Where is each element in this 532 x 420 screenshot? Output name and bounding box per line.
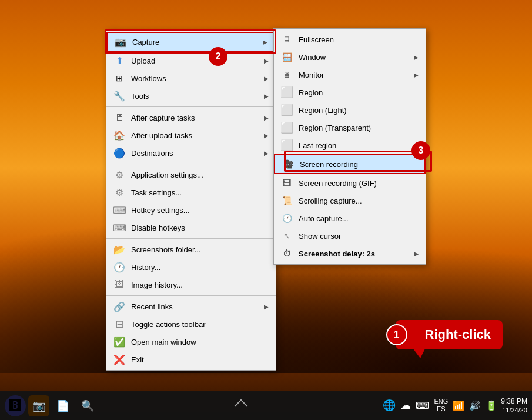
submenu-item-scrolling-capture[interactable]: 📜 Scrolling capture...	[274, 192, 426, 209]
fullscreen-icon: 🖥	[281, 34, 293, 45]
last-region-label: Last region	[299, 141, 419, 150]
capture-arrow: ▶	[263, 39, 267, 45]
upload-label: Upload	[131, 56, 258, 65]
screen-recording-label: Screen recording	[300, 160, 417, 169]
menu-item-screenshots-folder[interactable]: 📂 Screenshots folder...	[106, 241, 276, 258]
chevron-up-icon[interactable]	[234, 399, 247, 412]
taskbar-battery-icon[interactable]: 🔋	[486, 400, 497, 411]
hotkey-settings-label: Hotkey settings...	[131, 206, 269, 215]
hotkey-settings-icon: ⌨	[113, 204, 125, 216]
date-display: 11/24/20	[501, 406, 527, 414]
separator-1	[106, 106, 276, 107]
submenu-item-fullscreen[interactable]: 🖥 Fullscreen	[274, 31, 426, 48]
fullscreen-label: Fullscreen	[299, 35, 419, 44]
submenu-item-region[interactable]: ⬜ Region	[274, 84, 426, 101]
workflows-icon: ⊞	[113, 72, 125, 84]
auto-capture-label: Auto capture...	[299, 214, 419, 223]
submenu-item-auto-capture[interactable]: 🕐 Auto capture...	[274, 209, 426, 227]
taskbar-lang-icon: ENG ES	[434, 398, 448, 413]
app-settings-icon: ⚙	[113, 169, 125, 181]
menu-item-task-settings[interactable]: ⚙ Task settings...	[106, 184, 276, 201]
submenu-item-show-cursor[interactable]: ↖ Show cursor	[274, 227, 426, 245]
history-icon: 🕐	[113, 261, 125, 273]
submenu-item-region-transparent[interactable]: ⬜ Region (Transparent)	[274, 119, 426, 136]
menu-item-app-settings[interactable]: ⚙ Application settings...	[106, 166, 276, 184]
menu-item-hotkey-settings[interactable]: ⌨ Hotkey settings...	[106, 201, 276, 219]
last-region-icon: ⬜	[281, 139, 293, 151]
screenshot-delay-arrow: ▶	[414, 251, 419, 257]
destinations-label: Destinations	[131, 149, 258, 158]
badge-3: 3	[411, 141, 430, 160]
region-transparent-label: Region (Transparent)	[299, 124, 419, 132]
monitor-arrow: ▶	[414, 72, 419, 78]
tools-icon: 🔧	[113, 90, 125, 102]
tools-arrow: ▶	[264, 93, 269, 99]
time-display: 9:38 PM	[501, 397, 527, 406]
context-menu: 📷 Capture ▶ ⬆ Upload ▶ ⊞ Workflows ▶ 🔧 T…	[106, 29, 276, 371]
menu-item-workflows[interactable]: ⊞ Workflows ▶	[106, 69, 276, 87]
recent-links-label: Recent links	[131, 302, 258, 311]
after-capture-label: After capture tasks	[131, 114, 258, 122]
right-click-label: Right-click	[425, 327, 491, 342]
disable-hotkeys-label: Disable hotkeys	[131, 224, 269, 232]
workflows-label: Workflows	[131, 74, 258, 83]
menu-item-disable-hotkeys[interactable]: ⌨ Disable hotkeys	[106, 219, 276, 236]
menu-item-after-upload[interactable]: 🏠 After upload tasks ▶	[106, 126, 276, 144]
badge-2: 2	[209, 47, 227, 66]
taskbar-sharex-icon[interactable]: 📷	[28, 395, 49, 416]
taskbar-doc-icon[interactable]: 📄	[52, 395, 74, 417]
destinations-arrow: ▶	[264, 150, 269, 156]
window-arrow: ▶	[414, 54, 419, 61]
menu-item-tools[interactable]: 🔧 Tools ▶	[106, 87, 276, 105]
menu-item-open-main[interactable]: ✅ Open main window	[106, 333, 276, 351]
menu-item-destinations[interactable]: 🔵 Destinations ▶	[106, 144, 276, 162]
menu-item-toggle-toolbar[interactable]: ⊟ Toggle actions toolbar	[106, 315, 276, 333]
submenu-item-window[interactable]: 🪟 Window ▶	[274, 48, 426, 66]
monitor-label: Monitor	[299, 71, 408, 79]
taskbar-volume-icon[interactable]: 🔊	[469, 400, 481, 411]
menu-item-history[interactable]: 🕐 History...	[106, 258, 276, 276]
workflows-arrow: ▶	[264, 75, 269, 82]
region-light-label: Region (Light)	[299, 106, 419, 115]
menu-item-upload[interactable]: ⬆ Upload ▶	[106, 52, 276, 69]
menu-item-image-history[interactable]: 🖼 Image history...	[106, 276, 276, 294]
menu-item-after-capture[interactable]: 🖥 After capture tasks ▶	[106, 109, 276, 126]
taskbar-wifi-icon[interactable]: 📶	[453, 400, 464, 411]
image-history-icon: 🖼	[113, 279, 125, 291]
submenu-item-screen-recording[interactable]: 🎥 Screen recording	[274, 154, 426, 174]
menu-item-exit[interactable]: ❌ Exit	[106, 351, 276, 368]
exit-icon: ❌	[113, 354, 125, 365]
submenu-item-last-region[interactable]: ⬜ Last region	[274, 136, 426, 154]
right-click-callout: 1 Right-click	[396, 320, 503, 349]
menu-item-recent-links[interactable]: 🔗 Recent links ▶	[106, 298, 276, 315]
destinations-icon: 🔵	[113, 147, 125, 159]
show-cursor-label: Show cursor	[299, 232, 419, 241]
task-settings-icon: ⚙	[113, 186, 125, 198]
submenu-item-screen-recording-gif[interactable]: 🎞 Screen recording (GIF)	[274, 174, 426, 192]
history-label: History...	[131, 263, 269, 272]
after-capture-arrow: ▶	[264, 115, 269, 121]
submenu-item-region-light[interactable]: ⬜ Region (Light)	[274, 101, 426, 119]
menu-item-capture[interactable]: 📷 Capture ▶	[106, 32, 276, 52]
taskbar-center	[103, 401, 378, 411]
toggle-toolbar-icon: ⊟	[113, 318, 125, 330]
time-block[interactable]: 9:38 PM 11/24/20	[501, 397, 527, 415]
capture-icon: 📷	[115, 36, 126, 48]
taskbar-keyboard-icon[interactable]: ⌨	[416, 400, 429, 411]
upload-arrow: ▶	[264, 58, 269, 64]
screenshot-delay-label: Screenshot delay: 2s	[299, 249, 408, 258]
recent-links-arrow: ▶	[264, 304, 269, 310]
screenshots-folder-label: Screenshots folder...	[131, 245, 269, 254]
systray: 🌐 ☁ ⌨ ENG ES 📶 🔊 🔋	[383, 398, 497, 413]
taskbar-globe-icon[interactable]: 🌐	[383, 399, 396, 412]
taskbar-cloud-icon[interactable]: ☁	[400, 399, 411, 412]
submenu-item-monitor[interactable]: 🖥 Monitor ▶	[274, 66, 426, 84]
screen-recording-icon: 🎥	[282, 158, 294, 170]
tools-label: Tools	[131, 92, 258, 101]
submenu-item-screenshot-delay[interactable]: ⏱ Screenshot delay: 2s ▶	[274, 245, 426, 262]
taskbar-search-icon[interactable]: 🔍	[76, 395, 99, 417]
capture-label: Capture	[132, 38, 257, 46]
scrolling-capture-icon: 📜	[281, 195, 293, 206]
after-upload-label: After upload tasks	[131, 131, 258, 140]
taskbar-bixby-icon[interactable]: 🅱	[5, 395, 26, 416]
